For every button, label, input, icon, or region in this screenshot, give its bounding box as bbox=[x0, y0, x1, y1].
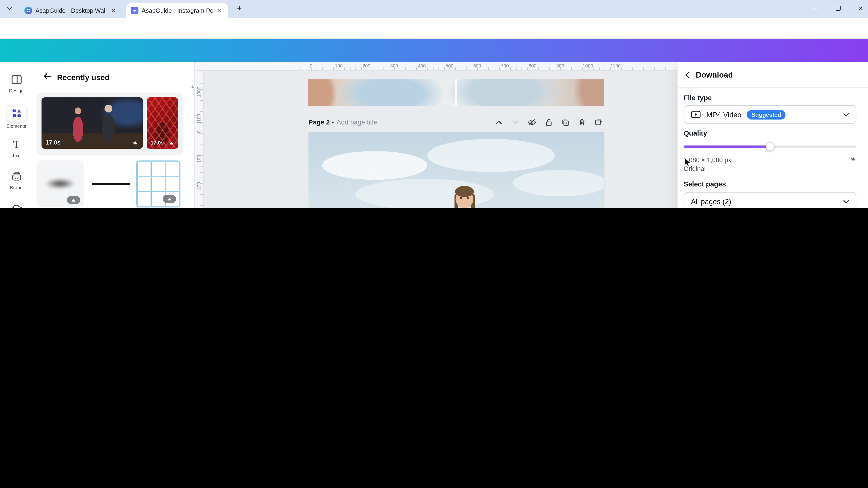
scroll-up-arrow[interactable]: ▲ bbox=[190, 84, 195, 89]
quality-label: Quality bbox=[684, 129, 707, 137]
sidebar-item-uploads[interactable]: Uploads bbox=[0, 202, 33, 208]
quality-slider-handle[interactable] bbox=[766, 142, 775, 151]
tab-close-icon[interactable]: × bbox=[110, 7, 118, 14]
browser-tab-strip: C AsapGuide - Desktop Wallpape × ♥ AsapG… bbox=[0, 0, 868, 18]
canvas-area: 010020030040050060070080090010001100 100… bbox=[195, 62, 677, 208]
quality-name-text: Original bbox=[684, 165, 706, 172]
window-restore-button[interactable]: ❐ bbox=[830, 5, 846, 12]
file-type-value: MP4 Video bbox=[706, 110, 742, 119]
browser-tab-active[interactable]: ♥ AsapGuide - Instagram Post × bbox=[126, 3, 228, 19]
horizontal-ruler: 010020030040050060070080090010001100 bbox=[195, 62, 677, 71]
page-1-bottom-edge[interactable] bbox=[308, 79, 604, 106]
element-shadow[interactable] bbox=[36, 161, 84, 207]
dimensions-text: 1,080 × 1,080 px bbox=[684, 157, 731, 163]
design-icon bbox=[10, 73, 23, 86]
element-line[interactable] bbox=[88, 161, 134, 207]
pro-crown-icon bbox=[132, 140, 139, 145]
quality-slider-fill bbox=[684, 145, 770, 148]
text-icon: T bbox=[10, 138, 23, 151]
select-pages-label: Select pages bbox=[684, 181, 726, 188]
browser-tab-inactive[interactable]: C AsapGuide - Desktop Wallpape × bbox=[20, 3, 122, 19]
canva-heart-favicon: ♥ bbox=[131, 7, 138, 14]
sidebar-rail: Design Elements T Text co Brand Uploads … bbox=[0, 62, 33, 208]
pro-crown-badge bbox=[163, 195, 176, 203]
uploads-icon bbox=[10, 202, 23, 208]
lock-page-icon[interactable] bbox=[543, 118, 554, 127]
file-type-dropdown[interactable]: MP4 Video Suggested bbox=[684, 105, 856, 124]
sidebar-item-design[interactable]: Design bbox=[0, 73, 33, 94]
screen: C AsapGuide - Desktop Wallpape × ♥ AsapG… bbox=[0, 0, 868, 208]
video-duration: 17.0s bbox=[45, 139, 61, 145]
vertical-ruler: 1000110001002003004005006007008009001000… bbox=[195, 71, 204, 208]
panel-back-icon[interactable] bbox=[685, 71, 690, 79]
girl-walking-dog-photo bbox=[308, 132, 604, 208]
browser-toolbar: ← → ⟳ canva.com/design/DAGVNLBxLZM/i8mMh… bbox=[0, 18, 868, 39]
pro-crown-icon bbox=[168, 140, 174, 145]
element-video-presenters[interactable]: 17.0s bbox=[41, 97, 143, 149]
sidebar-item-brand[interactable]: co Brand bbox=[0, 170, 33, 191]
sidebar-item-text[interactable]: T Text bbox=[0, 138, 33, 158]
brand-icon: co bbox=[10, 170, 23, 183]
tab-title: AsapGuide - Instagram Post bbox=[142, 7, 213, 14]
move-page-down-icon[interactable] bbox=[510, 118, 521, 127]
pro-crown-icon bbox=[850, 156, 857, 161]
select-pages-value: All pages (2) bbox=[691, 197, 731, 205]
panel-title: Recently used bbox=[57, 73, 110, 82]
chevron-down-icon bbox=[843, 113, 849, 117]
suggested-badge: Suggested bbox=[747, 110, 786, 119]
delete-page-icon[interactable] bbox=[576, 118, 587, 127]
element-video-robot[interactable]: 17.0s bbox=[147, 97, 178, 149]
page-2-header: Page 2 - Add page title bbox=[308, 116, 604, 129]
tab-search-icon[interactable] bbox=[7, 6, 12, 10]
tab-close-icon[interactable]: × bbox=[216, 7, 224, 14]
recently-used-panel: Recently used ▲ 17.0s 17.0s bbox=[33, 62, 195, 208]
svg-text:co: co bbox=[14, 175, 19, 180]
panel-title: Download bbox=[696, 70, 733, 79]
file-type-label: File type bbox=[684, 94, 712, 102]
video-file-icon bbox=[691, 110, 701, 118]
canva-header: File Resize Editing AsapGuide C + 17.5s bbox=[0, 39, 868, 62]
tab-title: AsapGuide - Desktop Wallpape bbox=[35, 7, 106, 14]
page-title-input[interactable]: Add page title bbox=[337, 118, 377, 126]
page-2-canvas[interactable] bbox=[308, 132, 604, 208]
video-duration: 17.0s bbox=[151, 139, 164, 145]
panel-back-icon[interactable] bbox=[44, 73, 52, 80]
page-label: Page 2 - bbox=[308, 118, 334, 126]
elements-icon bbox=[7, 105, 26, 122]
chevron-down-icon bbox=[843, 199, 849, 203]
add-page-icon[interactable] bbox=[593, 118, 604, 127]
move-page-up-icon[interactable] bbox=[493, 118, 504, 127]
canva-favicon: C bbox=[24, 7, 32, 14]
download-panel: Download File type MP4 Video Suggested Q… bbox=[677, 62, 868, 208]
window-close-button[interactable]: ✕ bbox=[852, 5, 868, 12]
new-tab-button[interactable]: + bbox=[237, 3, 242, 13]
hide-page-icon[interactable] bbox=[526, 118, 537, 127]
select-pages-dropdown[interactable]: All pages (2) bbox=[684, 192, 856, 208]
sidebar-item-elements[interactable]: Elements bbox=[0, 105, 33, 129]
pro-crown-badge bbox=[67, 196, 80, 204]
window-minimize-button[interactable]: — bbox=[807, 5, 824, 11]
duplicate-page-icon[interactable] bbox=[560, 118, 571, 127]
element-blue-grid[interactable] bbox=[136, 161, 181, 207]
